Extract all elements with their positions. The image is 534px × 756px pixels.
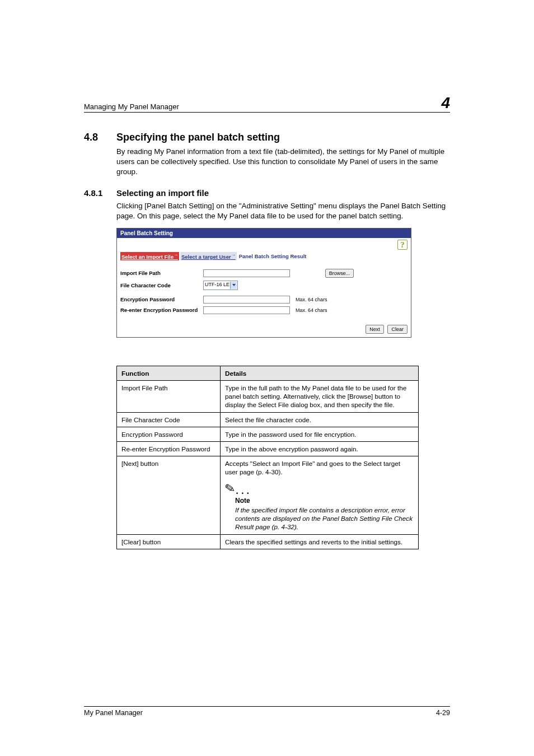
- step-select-import-file[interactable]: Select an Import File→: [120, 252, 179, 260]
- help-icon[interactable]: ?: [397, 240, 407, 250]
- th-function: Function: [117, 366, 221, 380]
- subsection-number: 4.8.1: [84, 188, 116, 198]
- footer-left: My Panel Manager: [84, 709, 143, 717]
- page-header: Managing My Panel Manager 4: [84, 95, 450, 113]
- chapter-number: 4: [441, 95, 450, 111]
- function-details-table: Function Details Import File Path Type i…: [116, 366, 419, 549]
- header-left: Managing My Panel Manager: [84, 102, 179, 111]
- note-block: ✎• • • Note If the specified import file…: [225, 481, 414, 531]
- cell-function: Re-enter Encryption Password: [117, 442, 221, 456]
- cell-function: [Next] button: [117, 456, 221, 534]
- form-area: Import File Path Browse... File Characte…: [117, 265, 411, 323]
- page-footer: My Panel Manager 4-29: [84, 706, 450, 717]
- cell-details: Clears the specified settings and revert…: [221, 534, 419, 549]
- section-title: Specifying the panel batch setting: [116, 132, 280, 143]
- cell-details: Type in the password used for file encry…: [221, 427, 419, 441]
- label-file-char-code: File Character Code: [120, 282, 203, 288]
- subsection-intro: Clicking [Panel Batch Setting] on the "A…: [116, 201, 450, 221]
- cell-function: [Clear] button: [117, 534, 221, 549]
- cell-function: File Character Code: [117, 412, 221, 427]
- section-number: 4.8: [84, 132, 116, 143]
- clear-button[interactable]: Clear: [387, 325, 407, 334]
- step-batch-result: Panel Batch Setting Result: [238, 253, 308, 260]
- table-row: Re-enter Encryption Password Type in the…: [117, 442, 419, 456]
- footer-page-number: 4-29: [436, 709, 450, 717]
- table-row: Import File Path Type in the full path t…: [117, 381, 419, 413]
- panel-title: Panel Batch Setting: [117, 228, 411, 238]
- subsection-title: Selecting an import file: [116, 188, 209, 198]
- cell-function: Import File Path: [117, 381, 221, 413]
- step-select-target-user[interactable]: Select a target User→: [180, 252, 237, 260]
- note-dots-icon: • • •: [236, 491, 250, 496]
- label-reenter-password: Re-enter Encryption Password: [120, 307, 203, 313]
- label-import-path: Import File Path: [120, 270, 203, 276]
- table-row: File Character Code Select the file char…: [117, 412, 419, 427]
- subsection-heading: 4.8.1 Selecting an import file: [84, 188, 450, 198]
- note-body: If the specified import file contains a …: [235, 506, 414, 531]
- table-row: Encryption Password Type in the password…: [117, 427, 419, 441]
- panel-batch-setting-screenshot: Panel Batch Setting ? Select an Import F…: [116, 228, 411, 338]
- cell-details: Accepts "Select an Import File" and goes…: [221, 456, 419, 534]
- table-row: [Next] button Accepts "Select an Import …: [117, 456, 419, 534]
- import-file-path-input[interactable]: [203, 269, 290, 277]
- encryption-password-input[interactable]: [203, 296, 290, 304]
- wizard-steps: Select an Import File→ Select a target U…: [117, 250, 411, 265]
- th-details: Details: [221, 366, 419, 380]
- section-intro: By reading My Panel information from a t…: [116, 147, 450, 177]
- cell-function: Encryption Password: [117, 427, 221, 441]
- cell-details: Select the file character code.: [221, 412, 419, 427]
- cell-details: Type in the full path to the My Panel da…: [221, 381, 419, 413]
- table-row: [Clear] button Clears the specified sett…: [117, 534, 419, 549]
- hint-max-chars: Max. 64 chars: [296, 297, 327, 302]
- browse-button[interactable]: Browse...: [325, 269, 354, 278]
- note-title: Note: [235, 497, 414, 506]
- hint-max-chars-2: Max. 64 chars: [296, 307, 327, 313]
- cell-details: Type in the above encryption password ag…: [221, 442, 419, 456]
- reenter-password-input[interactable]: [203, 306, 290, 314]
- arrow-icon: →: [174, 253, 178, 258]
- section-heading: 4.8 Specifying the panel batch setting: [84, 132, 450, 143]
- next-button[interactable]: Next: [366, 325, 384, 334]
- label-encryption-password: Encryption Password: [120, 296, 203, 302]
- note-pen-icon: ✎: [224, 480, 237, 497]
- arrow-icon: →: [231, 253, 236, 258]
- file-character-code-select[interactable]: UTF-16 LE: [203, 281, 238, 290]
